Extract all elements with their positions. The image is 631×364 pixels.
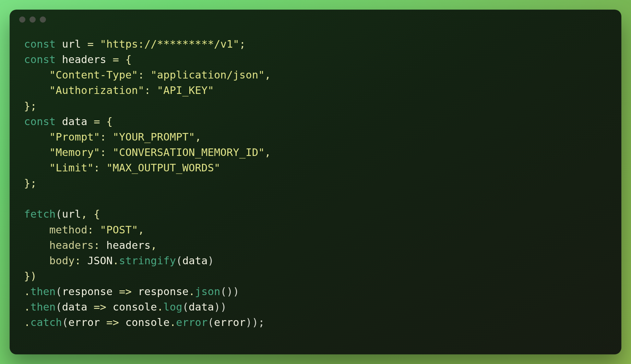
object-key: "Prompt" — [49, 131, 100, 143]
string-literal: "API_KEY" — [157, 84, 214, 96]
code-line — [24, 193, 30, 205]
code-line: .then(data => console.log(data)) — [24, 301, 227, 313]
method-catch: catch — [30, 316, 62, 328]
code-line: method: "POST", — [24, 224, 144, 236]
object-key: "Limit" — [49, 162, 94, 174]
method-error: error — [176, 316, 207, 328]
object-key: "Content-Type" — [49, 69, 138, 81]
code-line: "Authorization": "API_KEY" — [24, 84, 214, 96]
prop-headers: headers — [49, 239, 94, 251]
string-literal: "https://*********/v1" — [100, 38, 239, 50]
code-line: const url = "https://*********/v1"; — [24, 38, 246, 50]
code-window: const url = "https://*********/v1"; cons… — [10, 10, 621, 354]
traffic-light-minimize-icon[interactable] — [29, 16, 36, 23]
prop-body: body — [49, 255, 75, 267]
code-line: .then(response => response.json()) — [24, 286, 239, 298]
code-line: .catch(error => console.error(error)); — [24, 316, 265, 328]
method-stringify: stringify — [119, 255, 176, 267]
string-literal: "YOUR_PROMPT" — [113, 131, 195, 143]
method-then: then — [30, 301, 56, 313]
prop-method: method — [49, 224, 87, 236]
code-line: "Prompt": "YOUR_PROMPT", — [24, 131, 201, 143]
string-literal: "POST" — [100, 224, 138, 236]
code-line: }; — [24, 177, 37, 189]
code-line: fetch(url, { — [24, 208, 100, 220]
string-literal: "MAX_OUTPUT_WORDS" — [106, 162, 220, 174]
traffic-light-zoom-icon[interactable] — [40, 16, 46, 23]
code-line: const headers = { — [24, 53, 132, 65]
code-line: const data = { — [24, 116, 113, 128]
string-literal: "application/json" — [151, 69, 264, 81]
code-block: const url = "https://*********/v1"; cons… — [10, 29, 621, 354]
code-line: }; — [24, 100, 37, 112]
function-fetch: fetch — [24, 208, 56, 220]
object-key: "Memory" — [49, 146, 100, 158]
string-literal: "CONVERSATION_MEMORY_ID" — [113, 146, 265, 158]
traffic-light-close-icon[interactable] — [19, 16, 25, 23]
code-line: body: JSON.stringify(data) — [24, 255, 214, 267]
method-json: json — [195, 286, 221, 298]
code-line: "Content-Type": "application/json", — [24, 69, 271, 81]
keyword-const: const — [24, 53, 56, 65]
code-line: }) — [24, 270, 37, 282]
method-then: then — [30, 286, 56, 298]
window-titlebar — [10, 10, 621, 29]
identifier-headers: headers — [62, 53, 106, 65]
identifier-data: data — [62, 116, 87, 128]
keyword-const: const — [24, 38, 56, 50]
object-key: "Authorization" — [49, 84, 144, 96]
identifier-url: url — [62, 38, 81, 50]
code-line: "Memory": "CONVERSATION_MEMORY_ID", — [24, 146, 271, 158]
code-line: headers: headers, — [24, 239, 157, 251]
method-log: log — [163, 301, 182, 313]
keyword-const: const — [24, 116, 56, 128]
code-line: "Limit": "MAX_OUTPUT_WORDS" — [24, 162, 220, 174]
